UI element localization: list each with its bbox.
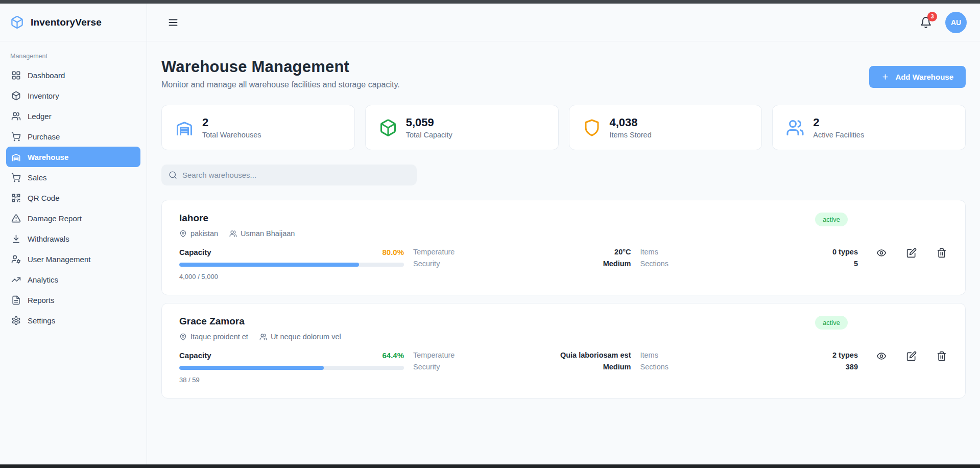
- warehouse-actions: [858, 351, 950, 384]
- sidebar-item-label: Settings: [28, 316, 55, 325]
- edit-icon: [906, 355, 917, 363]
- warehouse-card: lahore pakistan Usman Bhaijaan: [161, 200, 966, 295]
- sidebar-item-settings[interactable]: Settings: [6, 310, 140, 331]
- detail-column-environment: Temperature Quia laboriosam est Security…: [404, 351, 631, 384]
- sections-value: 389: [846, 363, 858, 371]
- sidebar-item-label: Sales: [28, 173, 47, 182]
- sidebar-item-warehouse[interactable]: Warehouse: [6, 147, 140, 167]
- sidebar-item-sales[interactable]: Sales: [6, 167, 140, 188]
- capacity-label: Capacity: [179, 248, 211, 256]
- package-icon: [11, 91, 21, 101]
- sidebar-item-ledger[interactable]: Ledger: [6, 106, 140, 126]
- search-input[interactable]: [182, 171, 410, 179]
- sidebar-item-label: Ledger: [28, 112, 52, 121]
- stats-row: 2 Total Warehouses 5,059 Total Capacity …: [161, 105, 966, 150]
- sidebar-item-analytics[interactable]: Analytics: [6, 269, 140, 290]
- warehouse-manager: Usman Bhaijaan: [229, 229, 295, 238]
- window-top-strip: [0, 0, 980, 4]
- temperature-value: Quia laboriosam est: [560, 351, 631, 359]
- edit-icon: [906, 252, 917, 260]
- grid-icon: [11, 71, 21, 80]
- package-cube-icon: [10, 15, 24, 29]
- app-window: InventoryVerse Management Dashboard Inve…: [0, 4, 980, 464]
- temperature-value: 20°C: [614, 248, 631, 256]
- sidebar-item-label: Purchase: [28, 132, 60, 141]
- delete-button[interactable]: [937, 351, 947, 361]
- gear-icon: [11, 316, 21, 325]
- page-content: Warehouse Management Monitor and manage …: [147, 41, 980, 464]
- file-text-icon: [11, 295, 21, 305]
- sidebar-item-damage-report[interactable]: Damage Report: [6, 208, 140, 228]
- hamburger-icon[interactable]: [168, 17, 179, 28]
- page-title: Warehouse Management: [161, 58, 400, 76]
- search-icon: [169, 171, 177, 179]
- plus-icon: [881, 73, 889, 81]
- capacity-usage: 38 / 59: [179, 376, 404, 384]
- sidebar-item-label: Analytics: [28, 275, 58, 284]
- edit-button[interactable]: [906, 351, 917, 361]
- avatar[interactable]: AU: [945, 12, 967, 33]
- stat-card-active-facilities: 2 Active Facilities: [772, 105, 966, 150]
- sidebar-item-qr-code[interactable]: QR Code: [6, 188, 140, 208]
- warehouse-actions: [858, 248, 950, 280]
- security-value: Medium: [603, 260, 631, 268]
- security-value: Medium: [603, 363, 631, 371]
- stat-value: 2: [202, 116, 261, 129]
- sidebar-item-label: QR Code: [28, 194, 60, 202]
- stat-label: Total Warehouses: [202, 131, 261, 139]
- bell-icon: [920, 21, 932, 30]
- alert-triangle-icon: [11, 214, 21, 223]
- add-warehouse-button[interactable]: Add Warehouse: [869, 66, 966, 88]
- capacity-progressbar: [179, 263, 404, 267]
- edit-button[interactable]: [906, 248, 917, 258]
- detail-column-contents: Items 2 types Sections 389: [631, 351, 858, 384]
- stat-label: Items Stored: [610, 131, 652, 139]
- stat-card-total-warehouses: 2 Total Warehouses: [161, 105, 355, 150]
- sections-value: 5: [854, 260, 858, 268]
- view-button[interactable]: [876, 351, 887, 361]
- shield-icon: [583, 119, 601, 137]
- view-button[interactable]: [876, 248, 887, 258]
- capacity-block: Capacity 64.4% 38 / 59: [179, 351, 404, 384]
- items-label: Items: [640, 248, 658, 256]
- map-pin-icon: [179, 333, 187, 341]
- notification-badge: 3: [927, 12, 937, 21]
- sidebar-item-label: Damage Report: [28, 214, 82, 223]
- detail-column-environment: Temperature 20°C Security Medium: [404, 248, 631, 280]
- stat-value: 5,059: [406, 116, 452, 129]
- delete-button[interactable]: [937, 248, 947, 258]
- stat-card-items-stored: 4,038 Items Stored: [569, 105, 762, 150]
- stat-card-total-capacity: 5,059 Total Capacity: [365, 105, 559, 150]
- sidebar-item-purchase[interactable]: Purchase: [6, 126, 140, 147]
- items-value: 2 types: [832, 351, 858, 359]
- sidebar-item-dashboard[interactable]: Dashboard: [6, 65, 140, 85]
- eye-icon: [876, 252, 887, 260]
- trash-icon: [937, 252, 947, 260]
- stat-label: Active Facilities: [813, 131, 864, 139]
- main-area: 3 AU Warehouse Management Monitor and ma…: [147, 4, 980, 464]
- sidebar-item-inventory[interactable]: Inventory: [6, 85, 140, 106]
- warehouse-card: Grace Zamora Itaque proident et Ut neque…: [161, 303, 966, 399]
- page-subtitle: Monitor and manage all warehouse facilit…: [161, 80, 400, 89]
- warehouse-icon: [175, 119, 194, 137]
- sidebar-item-label: Warehouse: [28, 153, 68, 161]
- trending-up-icon: [11, 275, 21, 285]
- capacity-usage: 4,000 / 5,000: [179, 273, 404, 280]
- package-icon: [379, 119, 397, 137]
- warehouse-name: Grace Zamora: [179, 316, 341, 327]
- sidebar-item-withdrawals[interactable]: Withdrawals: [6, 228, 140, 249]
- sidebar-item-user-management[interactable]: User Management: [6, 249, 140, 269]
- cart-icon: [11, 132, 21, 142]
- cart-icon: [11, 173, 21, 182]
- temperature-label: Temperature: [413, 351, 455, 359]
- sidebar-item-label: Reports: [28, 296, 55, 305]
- stat-value: 2: [813, 116, 864, 129]
- security-label: Security: [413, 260, 440, 268]
- app-logo: InventoryVerse: [0, 4, 147, 41]
- capacity-block: Capacity 80.0% 4,000 / 5,000: [179, 248, 404, 280]
- sidebar-item-label: Withdrawals: [28, 235, 69, 243]
- sidebar-item-label: Inventory: [28, 91, 59, 100]
- sidebar-item-reports[interactable]: Reports: [6, 290, 140, 310]
- notifications-button[interactable]: 3: [920, 16, 932, 29]
- sidebar-nav: Dashboard Inventory Ledger Purchase Ware…: [0, 65, 147, 331]
